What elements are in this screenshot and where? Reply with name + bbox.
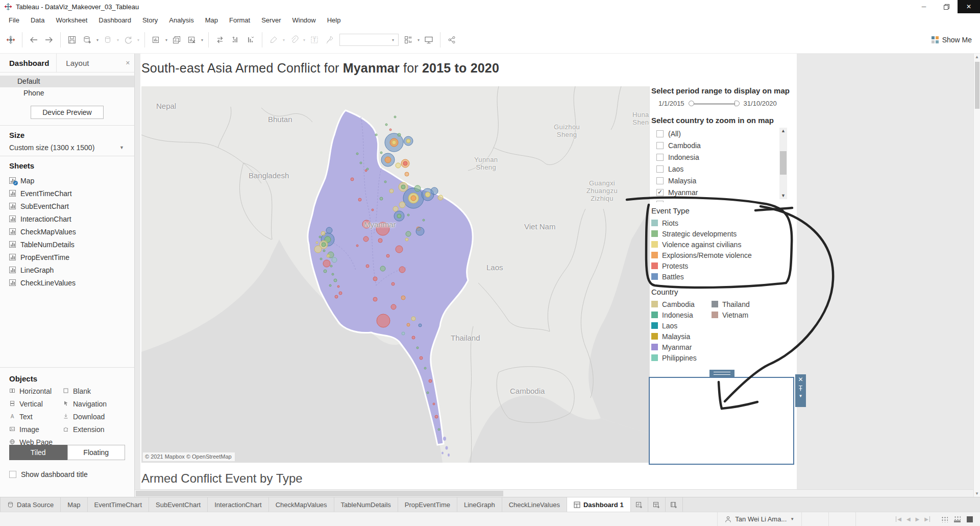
- map-bubble[interactable]: [363, 236, 369, 242]
- legend-item-laos[interactable]: Laos: [651, 320, 712, 331]
- map-bubble[interactable]: [356, 153, 358, 155]
- map-bubble[interactable]: [360, 162, 362, 164]
- fit-selector-caret[interactable]: ▾: [390, 38, 396, 42]
- map-bubble[interactable]: [332, 273, 334, 275]
- sheet-item-propeventtime[interactable]: PropEventTime: [9, 251, 125, 264]
- object-item-image[interactable]: Image: [9, 425, 63, 434]
- map-bubble[interactable]: [433, 403, 435, 405]
- map-bubble[interactable]: [320, 258, 322, 260]
- menu-analysis[interactable]: Analysis: [163, 14, 199, 26]
- legend-item-indonesia[interactable]: Indonesia: [651, 309, 712, 320]
- map-bubble[interactable]: [380, 266, 385, 271]
- map-bubble[interactable]: [394, 116, 396, 118]
- first-sheet-icon[interactable]: ◀: [896, 516, 901, 522]
- map-bubble[interactable]: [427, 392, 429, 394]
- undo-button[interactable]: [26, 31, 41, 49]
- highlight-button[interactable]: [266, 31, 281, 49]
- map-bubble[interactable]: [399, 267, 405, 273]
- share-button[interactable]: [444, 31, 459, 49]
- map-bubble[interactable]: [416, 347, 419, 349]
- map-bubble[interactable]: [438, 195, 443, 200]
- map-bubble[interactable]: [378, 238, 382, 243]
- run-update-button[interactable]: [120, 31, 136, 49]
- menu-format[interactable]: Format: [224, 14, 256, 26]
- tab-map[interactable]: Map: [61, 497, 87, 512]
- new-worksheet-caret[interactable]: ▾: [164, 38, 169, 42]
- map-bubble[interactable]: [326, 227, 332, 233]
- map-bubble-ring[interactable]: [406, 139, 410, 143]
- map-bubble[interactable]: [316, 242, 318, 244]
- group-members-button[interactable]: [286, 31, 302, 49]
- map-bubble[interactable]: [380, 152, 382, 154]
- legend-item-explosions-remote-violence[interactable]: Explosions/Remote violence: [651, 250, 795, 260]
- map-bubble[interactable]: [423, 219, 425, 221]
- last-sheet-icon[interactable]: ▶: [924, 516, 930, 522]
- map-bubble[interactable]: [396, 163, 401, 168]
- legend-item-vietnam[interactable]: Vietnam: [712, 309, 750, 320]
- map-bubble[interactable]: [366, 265, 369, 268]
- object-item-extension[interactable]: Extension: [63, 425, 125, 434]
- country-option-laos[interactable]: Laos: [656, 163, 795, 175]
- presentation-mode-button[interactable]: [421, 31, 436, 49]
- vertical-scrollbar[interactable]: ▲ ▼: [973, 54, 980, 497]
- previous-sheet-icon[interactable]: ◀: [906, 516, 911, 522]
- map-bubble[interactable]: [314, 246, 322, 253]
- new-dashboard-tab-button[interactable]: [648, 497, 666, 512]
- map-bubble[interactable]: [324, 270, 327, 273]
- map-bubble[interactable]: [411, 317, 415, 321]
- map-bubble[interactable]: [431, 187, 438, 195]
- map-bubble[interactable]: [351, 178, 354, 181]
- map-bubble[interactable]: [329, 284, 331, 286]
- tab-subeventchart[interactable]: SubEventChart: [149, 497, 208, 512]
- device-preview-button[interactable]: Device Preview: [31, 106, 103, 119]
- clear-sheet-button[interactable]: [184, 31, 200, 49]
- next-sheet-icon[interactable]: ▶: [916, 516, 920, 522]
- map-bubble[interactable]: [412, 336, 415, 339]
- slider-right-handle[interactable]: [734, 101, 740, 106]
- legend-item-cambodia[interactable]: Cambodia: [651, 299, 712, 309]
- tab-propeventtime[interactable]: PropEventTime: [398, 497, 457, 512]
- scrollbar-thumb[interactable]: [975, 62, 979, 109]
- checkbox-icon[interactable]: [656, 201, 664, 203]
- tab-layout[interactable]: Layout: [56, 54, 96, 72]
- legend-item-protests[interactable]: Protests: [651, 260, 795, 271]
- map-bubble[interactable]: [389, 189, 394, 193]
- map-bubble[interactable]: [384, 181, 386, 183]
- sheet-item-map[interactable]: ✓Map: [9, 174, 125, 187]
- map-bubble[interactable]: [391, 282, 395, 285]
- blank-object-drag-handle[interactable]: [709, 370, 734, 377]
- show-tabs-icon[interactable]: [967, 516, 973, 522]
- map-bubble-ring[interactable]: [322, 243, 326, 247]
- legend-item-strategic-developments[interactable]: Strategic developments: [651, 228, 795, 239]
- device-item-default[interactable]: Default: [0, 76, 134, 87]
- show-dashboard-title-checkbox[interactable]: [9, 471, 16, 478]
- sheet-item-subeventchart[interactable]: SubEventChart: [9, 200, 125, 212]
- map-bubble[interactable]: [323, 260, 330, 267]
- filter-scrollbar[interactable]: ▲ ▼: [779, 128, 787, 199]
- object-menu-caret-icon[interactable]: ▼: [799, 394, 803, 398]
- map-bubble[interactable]: [401, 296, 405, 300]
- scroll-up-icon[interactable]: ▲: [974, 55, 980, 59]
- map-bubble-ring[interactable]: [392, 140, 396, 145]
- map-bubble[interactable]: [377, 314, 390, 327]
- map-bubble[interactable]: [365, 170, 367, 172]
- map-bubble[interactable]: [414, 185, 421, 192]
- show-filmstrip-icon[interactable]: [954, 516, 961, 522]
- map-attribution[interactable]: © 2021 Mapbox © OpenStreetMap: [143, 452, 235, 461]
- fit-selector[interactable]: ▾: [339, 34, 399, 46]
- duplicate-button[interactable]: [169, 31, 184, 49]
- sheet-item-checklinevalues[interactable]: CheckLineValues: [9, 276, 125, 289]
- new-story-tab-button[interactable]: [666, 497, 683, 512]
- menu-worksheet[interactable]: Worksheet: [50, 14, 93, 26]
- scrollbar-thumb[interactable]: [780, 151, 787, 175]
- object-item-download[interactable]: Download: [63, 413, 125, 421]
- tab-interactionchart[interactable]: InteractionChart: [208, 497, 269, 512]
- period-slider[interactable]: 1/1/2015 31/10/2020: [658, 100, 795, 107]
- menu-data[interactable]: Data: [25, 14, 50, 26]
- tab-checklinevalues[interactable]: CheckLineValues: [502, 497, 567, 512]
- checkbox-icon[interactable]: [656, 165, 664, 173]
- blank-object[interactable]: [649, 377, 794, 465]
- show-hide-cards-button[interactable]: [401, 31, 416, 49]
- object-item-blank[interactable]: Blank: [63, 387, 125, 395]
- tab-checkmapvalues[interactable]: CheckMapValues: [269, 497, 334, 512]
